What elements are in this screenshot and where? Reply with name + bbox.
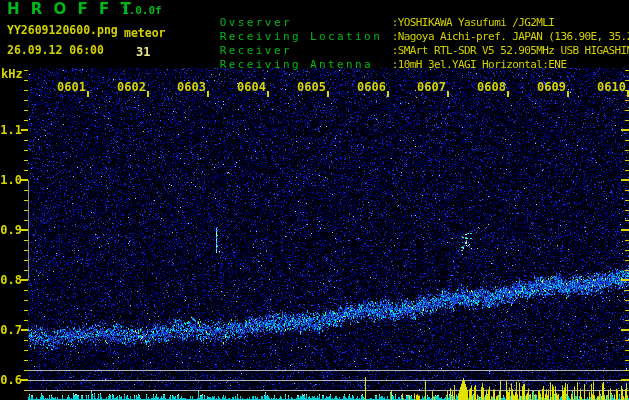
time-tick-label: 0607 bbox=[404, 80, 446, 94]
start-timestamp: 26.09.12 06:00 bbox=[7, 44, 104, 56]
freq-tick-label: 0.6 bbox=[0, 373, 22, 387]
meteor-count-label: meteor bbox=[124, 27, 166, 39]
info-value: :10mH 3el.YAGI Horizontal:ENE bbox=[392, 58, 567, 71]
freq-tick-label: 1.0 bbox=[0, 173, 22, 187]
info-row-observer: Ovserver:YOSHIKAWA Yasufumi /JG2MLI bbox=[180, 3, 629, 17]
meteor-count-value: 31 bbox=[136, 46, 150, 59]
time-tick-label: 0603 bbox=[164, 80, 206, 94]
time-tick-label: 0605 bbox=[284, 80, 326, 94]
frequency-unit-label: kHz bbox=[1, 68, 23, 81]
time-tick-label: 0609 bbox=[524, 80, 566, 94]
observer-info-block: Ovserver:YOSHIKAWA Yasufumi /JG2MLI Rece… bbox=[180, 3, 629, 59]
freq-tick-label: 0.9 bbox=[0, 223, 22, 237]
info-label: Receiving Antenna bbox=[220, 58, 392, 71]
freq-tick-label: 0.7 bbox=[0, 323, 22, 337]
time-tick-label: 0606 bbox=[344, 80, 386, 94]
hrofft-window: H R O F F T 1.0.0f YY2609120600.png mete… bbox=[0, 0, 629, 400]
output-filename: YY2609120600.png bbox=[7, 24, 118, 36]
info-label: Receiver bbox=[220, 44, 392, 57]
info-value: :YOSHIKAWA Yasufumi /JG2MLI bbox=[392, 16, 555, 29]
time-tick-label: 0602 bbox=[104, 80, 146, 94]
info-label: Ovserver bbox=[220, 16, 392, 29]
app-title: H R O F F T bbox=[7, 2, 134, 18]
time-tick-label: 0610 bbox=[584, 80, 626, 94]
time-tick-label: 0604 bbox=[224, 80, 266, 94]
time-tick-label: 0608 bbox=[464, 80, 506, 94]
time-tick-label: 0601 bbox=[44, 80, 86, 94]
info-value: :SMArt RTL-SDR V5 52.905MHz USB HIGASHIM… bbox=[392, 44, 629, 57]
freq-tick-label: 0.8 bbox=[0, 273, 22, 287]
app-version: 1.0.0f bbox=[122, 5, 162, 17]
info-label: Receiving Location bbox=[220, 30, 392, 43]
info-value: :Nagoya Aichi-pref. JAPAN (136.90E, 35.2… bbox=[392, 30, 629, 43]
freq-tick-label: 1.1 bbox=[0, 123, 22, 137]
